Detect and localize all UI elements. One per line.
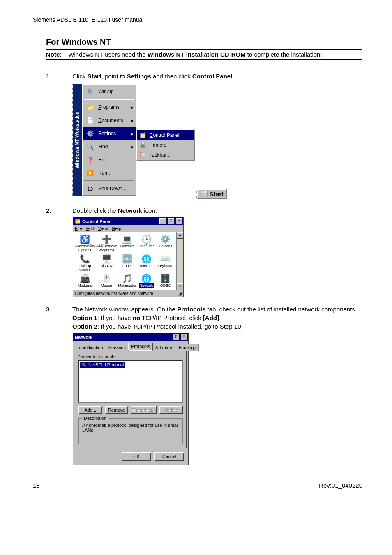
network-dialog: Network ? × IdentificationServicesProtoc… (72, 332, 189, 465)
note-label: Note: (46, 51, 62, 58)
step-3-option2: Option 2: If you have TCP/IP Protocol in… (72, 323, 362, 330)
cp-glyph-icon: ➕ (96, 235, 117, 244)
cp-glyph-icon: 🔤 (118, 254, 136, 263)
ok-button[interactable]: OK (122, 452, 151, 461)
scroll-down-button[interactable]: ▼ (177, 283, 183, 290)
submenu-printers[interactable]: 🖨️ Printers (137, 140, 194, 150)
menu-file[interactable]: File (75, 226, 82, 231)
cp-icon-add-remove-programs[interactable]: ➕Add/Remove Programs (96, 235, 117, 253)
cp-glyph-icon: ♿ (75, 235, 95, 244)
cp-icon-dial-up-monitor[interactable]: 📞Dial-Up Monitor (75, 254, 95, 272)
step-3-text: The Network window appears. On the Proto… (72, 306, 362, 313)
start-item-programs[interactable]: 📁 Programs ▶ (83, 101, 136, 114)
help-button[interactable]: ? (173, 334, 179, 340)
status-text: Configures network hardware and software (75, 291, 153, 296)
start-item-help[interactable]: ❓ Help (83, 153, 136, 166)
titlebar: Network ? × (73, 333, 188, 341)
list-label: Network Protocols: (78, 354, 183, 359)
page-header: Siemens ADSL E-110_E-110-I user manual (33, 16, 362, 24)
step-1: 1. Click Start, point to Settings and th… (33, 73, 362, 199)
status-bar: Configures network hardware and software… (73, 290, 183, 297)
tab-protocols[interactable]: Protocols (128, 343, 153, 350)
settings-icon: ⚙️ (85, 129, 95, 138)
run-icon: ▶️ (85, 168, 95, 178)
protocol-icon: 🔌 (81, 362, 87, 367)
section-heading: For Windows NT (46, 37, 362, 47)
window-title: Network (75, 335, 92, 340)
page-number: 18 (33, 482, 40, 489)
cp-icon-console[interactable]: 💻Console (118, 235, 136, 253)
list-item[interactable]: 🔌 NetBEUI Protocol (80, 362, 125, 368)
control-panel-grid: ♿Accessibility Options➕Add/Remove Progra… (73, 232, 176, 290)
shutdown-icon: ⏻ (85, 184, 95, 193)
programs-icon: 📁 (85, 102, 95, 112)
protocols-tab-pane: Network Protocols: 🔌 NetBEUI Protocol Ad… (75, 350, 187, 448)
cp-glyph-icon: ⚙️ (156, 235, 175, 244)
cp-glyph-icon: 📠 (75, 274, 95, 283)
start-button[interactable]: 🪟 Start (197, 189, 227, 199)
cp-icon-devices[interactable]: ⚙️Devices (156, 235, 175, 253)
start-item-winzip[interactable]: 🗜️ WinZip (83, 85, 136, 98)
menu-edit[interactable]: Edit (86, 226, 94, 231)
step-3-option1: Option 1: If you have no TCP/IP Protocol… (72, 314, 362, 321)
scrollbar[interactable]: ▲ ▼ (176, 232, 183, 290)
tab-bindings[interactable]: Bindings (176, 344, 199, 351)
submenu-control-panel[interactable]: 🗂️ Control Panel (137, 130, 194, 140)
step-3: 3. The Network window appears. On the Pr… (33, 306, 362, 465)
cp-icon-multimedia[interactable]: 🎵Multimedia (118, 274, 136, 288)
tab-services[interactable]: Services (106, 344, 129, 351)
cp-icon-accessibility-options[interactable]: ♿Accessibility Options (75, 235, 95, 253)
cp-icon-modems[interactable]: 📠Modems (75, 274, 95, 288)
cp-icon-date-time[interactable]: 🕒Date/Time (137, 235, 156, 253)
cancel-button[interactable]: Cancel (154, 452, 184, 461)
cp-glyph-icon: 🗄️ (156, 274, 175, 283)
start-item-find[interactable]: 🔍 Find ▶ (83, 140, 136, 153)
start-item-documents[interactable]: 📄 Documents ▶ (83, 114, 136, 127)
tab-adapters[interactable]: Adapters (152, 344, 176, 351)
cp-icon-internet[interactable]: 🌐Internet (137, 254, 156, 272)
start-item-shutdown[interactable]: ⏻ Shut Down... (83, 182, 136, 195)
close-button[interactable]: × (176, 218, 182, 224)
maximize-button[interactable]: □ (168, 218, 174, 224)
window-title: Control Panel (82, 219, 112, 224)
menubar: File Edit View Help (73, 225, 183, 232)
close-button[interactable]: × (181, 334, 187, 340)
cp-glyph-icon: 🖥️ (96, 254, 117, 263)
description-text: A nonroutable protocol designed for use … (82, 423, 179, 433)
step-2-text: Double-click the Network icon. (72, 207, 362, 214)
note-text: Windows NT users need the Windows NT ins… (68, 51, 322, 58)
page-footer: 18 Rev:01_040220 (33, 482, 362, 489)
tab-identification[interactable]: Identification (75, 344, 106, 351)
submenu-arrow-icon: ▶ (131, 118, 134, 123)
cp-icon-network[interactable]: 🌐Network (137, 274, 156, 288)
menu-help[interactable]: Help (112, 226, 121, 231)
printers-icon: 🖨️ (140, 142, 146, 148)
add-button[interactable]: Add... (78, 406, 102, 414)
cp-icon-fonts[interactable]: 🔤Fonts (118, 254, 136, 272)
start-menu-stripe: Windows NT Workstation (73, 84, 82, 196)
cp-icon-keyboard[interactable]: ⌨️Keyboard (156, 254, 175, 272)
cp-glyph-icon: 🌐 (137, 254, 156, 263)
remove-button[interactable]: Remove (105, 406, 129, 414)
step-1-text: Click Start, point to Settings and then … (72, 73, 362, 80)
cp-glyph-icon: 🖱️ (96, 274, 117, 283)
resize-grip-icon: ◢ (178, 291, 182, 296)
revision: Rev:01_040220 (319, 482, 362, 489)
cp-icon-mouse[interactable]: 🖱️Mouse (96, 274, 117, 288)
scroll-up-button[interactable]: ▲ (177, 232, 183, 239)
step-number: 3. (46, 306, 56, 465)
start-item-run[interactable]: ▶️ Run... (83, 166, 136, 180)
start-item-settings[interactable]: ⚙️ Settings ▶ (83, 127, 136, 140)
cp-icon-display[interactable]: 🖥️Display (96, 254, 117, 272)
submenu-arrow-icon: ▶ (131, 131, 134, 136)
menu-view[interactable]: View (98, 226, 108, 231)
cp-icon-odbc[interactable]: 🗄️ODBC (156, 274, 175, 288)
step-number: 1. (46, 73, 56, 199)
cp-glyph-icon: 💻 (118, 235, 136, 244)
minimize-button[interactable]: _ (159, 218, 166, 224)
documents-icon: 📄 (85, 115, 95, 125)
protocols-listbox[interactable]: 🔌 NetBEUI Protocol (78, 360, 183, 403)
taskbar-icon: 🪟 (140, 152, 146, 158)
submenu-taskbar[interactable]: 🪟 Taskbar... (137, 150, 194, 160)
step-2: 2. Double-click the Network icon. 🗂️ Con… (33, 207, 362, 297)
